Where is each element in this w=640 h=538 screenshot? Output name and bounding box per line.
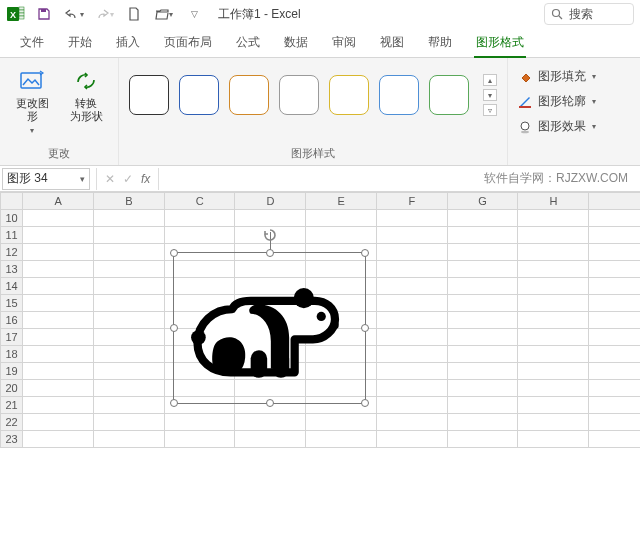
cell[interactable] (589, 261, 640, 278)
cell[interactable] (518, 227, 589, 244)
cell[interactable] (589, 278, 640, 295)
tab-formulas[interactable]: 公式 (224, 28, 272, 57)
col-header[interactable]: E (306, 193, 377, 210)
cell[interactable] (164, 363, 235, 380)
cell[interactable] (93, 363, 164, 380)
cell[interactable] (164, 278, 235, 295)
cell[interactable] (23, 431, 94, 448)
tab-help[interactable]: 帮助 (416, 28, 464, 57)
row-header[interactable]: 23 (1, 431, 23, 448)
cell[interactable] (164, 261, 235, 278)
cell[interactable] (164, 210, 235, 227)
row-header[interactable]: 12 (1, 244, 23, 261)
cell[interactable] (164, 227, 235, 244)
style-swatch-5[interactable] (329, 75, 369, 115)
cell[interactable] (376, 312, 447, 329)
undo-button[interactable]: ▾ (62, 2, 86, 26)
cell[interactable] (306, 227, 377, 244)
cell[interactable] (235, 346, 306, 363)
cells-table[interactable]: A B C D E F G H 101112131415161718192021… (0, 192, 640, 448)
cell[interactable] (589, 210, 640, 227)
cell[interactable] (589, 346, 640, 363)
col-header[interactable]: G (447, 193, 518, 210)
cell[interactable] (376, 414, 447, 431)
cell[interactable] (518, 346, 589, 363)
cell[interactable] (23, 346, 94, 363)
cell[interactable] (306, 312, 377, 329)
cell[interactable] (376, 227, 447, 244)
cell[interactable] (306, 431, 377, 448)
cell[interactable] (306, 414, 377, 431)
cell[interactable] (376, 329, 447, 346)
cell[interactable] (589, 295, 640, 312)
cell[interactable] (23, 329, 94, 346)
cell[interactable] (518, 261, 589, 278)
cell[interactable] (589, 380, 640, 397)
cell[interactable] (376, 210, 447, 227)
cell[interactable] (93, 397, 164, 414)
cell[interactable] (164, 380, 235, 397)
tab-home[interactable]: 开始 (56, 28, 104, 57)
save-button[interactable] (32, 2, 56, 26)
cell[interactable] (235, 278, 306, 295)
cell[interactable] (306, 261, 377, 278)
style-swatch-2[interactable] (179, 75, 219, 115)
cell[interactable] (376, 431, 447, 448)
cell[interactable] (447, 363, 518, 380)
cell[interactable] (164, 346, 235, 363)
row-header[interactable]: 14 (1, 278, 23, 295)
cell[interactable] (23, 244, 94, 261)
cell[interactable] (164, 431, 235, 448)
cell[interactable] (23, 414, 94, 431)
cell[interactable] (93, 312, 164, 329)
cell[interactable] (164, 244, 235, 261)
cell[interactable] (306, 397, 377, 414)
tab-graphics-format[interactable]: 图形格式 (464, 28, 536, 57)
cell[interactable] (447, 312, 518, 329)
cell[interactable] (93, 227, 164, 244)
shape-effects-button[interactable]: 图形效果 ▾ (518, 118, 596, 135)
row-header[interactable]: 10 (1, 210, 23, 227)
col-header[interactable]: C (164, 193, 235, 210)
cancel-formula-icon[interactable]: ✕ (105, 172, 115, 186)
cell[interactable] (164, 329, 235, 346)
cell[interactable] (447, 210, 518, 227)
cell[interactable] (376, 363, 447, 380)
cell[interactable] (518, 312, 589, 329)
cell[interactable] (235, 380, 306, 397)
cell[interactable] (93, 295, 164, 312)
cell[interactable] (235, 210, 306, 227)
cell[interactable] (164, 414, 235, 431)
tab-view[interactable]: 视图 (368, 28, 416, 57)
cell[interactable] (376, 278, 447, 295)
redo-button[interactable]: ▾ (92, 2, 116, 26)
cell[interactable] (235, 227, 306, 244)
tab-file[interactable]: 文件 (8, 28, 56, 57)
cell[interactable] (589, 329, 640, 346)
cell[interactable] (93, 244, 164, 261)
cell[interactable] (518, 329, 589, 346)
cell[interactable] (518, 278, 589, 295)
cell[interactable] (23, 278, 94, 295)
col-header[interactable] (589, 193, 640, 210)
cell[interactable] (164, 312, 235, 329)
cell[interactable] (376, 346, 447, 363)
cell[interactable] (589, 312, 640, 329)
row-header[interactable]: 20 (1, 380, 23, 397)
cell[interactable] (306, 295, 377, 312)
name-box[interactable]: 图形 34 ▾ (2, 168, 90, 190)
cell[interactable] (306, 363, 377, 380)
shape-outline-button[interactable]: 图形轮廓 ▾ (518, 93, 596, 110)
cell[interactable] (447, 295, 518, 312)
row-header[interactable]: 19 (1, 363, 23, 380)
col-header[interactable]: H (518, 193, 589, 210)
open-file-button[interactable]: ▾ (152, 2, 176, 26)
worksheet-grid[interactable]: A B C D E F G H 101112131415161718192021… (0, 192, 640, 448)
cell[interactable] (93, 278, 164, 295)
cell[interactable] (306, 329, 377, 346)
cell[interactable] (447, 397, 518, 414)
cell[interactable] (306, 346, 377, 363)
cell[interactable] (518, 380, 589, 397)
tab-review[interactable]: 审阅 (320, 28, 368, 57)
tab-page-layout[interactable]: 页面布局 (152, 28, 224, 57)
